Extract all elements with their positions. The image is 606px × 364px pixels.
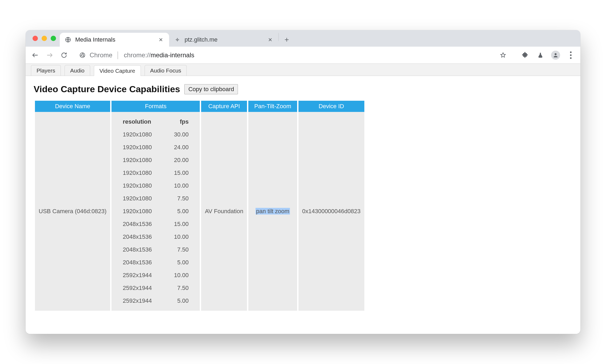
cell-device-id: 0x14300000046d0823	[298, 112, 364, 311]
cell-formats: resolution fps 1920x108030.001920x108024…	[111, 112, 200, 311]
format-fps: 15.00	[168, 218, 192, 230]
format-fps: 7.50	[168, 192, 192, 205]
col-formats[interactable]: Formats	[111, 101, 200, 112]
col-device-name[interactable]: Device Name	[35, 101, 110, 112]
format-resolution: 1920x1080	[119, 180, 168, 192]
window-controls	[30, 30, 60, 47]
col-ptz[interactable]: Pan-Tilt-Zoom	[248, 101, 297, 112]
format-row: 2048x153615.00	[119, 218, 192, 230]
format-fps: 15.00	[168, 167, 192, 179]
format-fps: 7.50	[168, 282, 192, 294]
format-resolution: 2048x1536	[119, 244, 168, 256]
window-zoom-button[interactable]	[51, 36, 56, 41]
extensions-icon[interactable]	[520, 50, 530, 60]
address-bar[interactable]: Chrome │ chrome://media-internals	[74, 49, 513, 61]
cell-device-name: USB Camera (046d:0823)	[35, 112, 110, 311]
format-fps: 10.00	[168, 269, 192, 281]
page-heading: Video Capture Device Capabilities	[34, 84, 180, 94]
format-fps: 10.00	[168, 231, 192, 243]
formats-header-fps: fps	[168, 116, 192, 128]
page-tab-audio[interactable]: Audio	[65, 65, 90, 76]
url-separator: │	[116, 51, 120, 59]
window-minimize-button[interactable]	[42, 36, 47, 41]
close-icon[interactable]	[267, 36, 274, 43]
table-row: USB Camera (046d:0823) resolution fps 19…	[35, 112, 364, 311]
format-row: 2048x15365.00	[119, 256, 192, 269]
tab-title: ptz.glitch.me	[185, 36, 263, 43]
format-resolution: 2592x1944	[119, 295, 168, 307]
new-tab-button[interactable]	[281, 34, 293, 46]
cell-ptz: pan tilt zoom	[248, 112, 297, 311]
svg-point-2	[80, 53, 85, 58]
chrome-icon	[79, 52, 86, 59]
site-icon	[174, 36, 181, 43]
ptz-highlight: pan tilt zoom	[256, 208, 290, 215]
formats-table: resolution fps 1920x108030.001920x108024…	[118, 115, 193, 308]
format-row: 1920x108030.00	[119, 128, 192, 141]
format-row: 2048x15367.50	[119, 244, 192, 256]
url-host: Chrome	[90, 51, 112, 59]
format-resolution: 1920x1080	[119, 167, 168, 179]
format-resolution: 1920x1080	[119, 141, 168, 153]
format-row: 1920x108015.00	[119, 167, 192, 179]
page-tab-players[interactable]: Players	[31, 65, 61, 76]
page-tab-audio-focus[interactable]: Audio Focus	[145, 65, 187, 76]
col-capture-api[interactable]: Capture API	[201, 101, 247, 112]
format-fps: 5.00	[168, 205, 192, 217]
format-row: 2592x19445.00	[119, 295, 192, 307]
format-fps: 24.00	[168, 141, 192, 153]
format-resolution: 2048x1536	[119, 218, 168, 230]
copy-to-clipboard-button[interactable]: Copy to clipboard	[184, 84, 238, 94]
page-content: Video Capture Device Capabilities Copy t…	[26, 76, 580, 334]
close-icon[interactable]	[157, 36, 164, 43]
format-resolution: 1920x1080	[119, 154, 168, 166]
format-resolution: 2592x1944	[119, 269, 168, 281]
format-row: 1920x10805.00	[119, 205, 192, 217]
col-device-id[interactable]: Device ID	[298, 101, 364, 112]
tab-divider	[278, 33, 279, 41]
toolbar-actions	[518, 50, 576, 60]
format-row: 1920x10807.50	[119, 192, 192, 205]
tab-media-internals[interactable]: Media Internals	[60, 33, 169, 47]
format-row: 1920x108024.00	[119, 141, 192, 153]
format-resolution: 2048x1536	[119, 256, 168, 269]
profile-avatar[interactable]	[551, 51, 560, 60]
format-row: 2592x194410.00	[119, 269, 192, 281]
menu-kebab-icon[interactable]	[566, 50, 576, 60]
format-fps: 20.00	[168, 154, 192, 166]
url-scheme: chrome://	[124, 51, 150, 59]
format-fps: 5.00	[168, 295, 192, 307]
url-path: media-internals	[150, 51, 194, 59]
svg-point-1	[177, 39, 178, 41]
tab-title: Media Internals	[75, 36, 154, 43]
globe-icon	[65, 36, 71, 43]
format-row: 1920x108010.00	[119, 180, 192, 192]
format-resolution: 1920x1080	[119, 205, 168, 217]
bookmark-star-icon[interactable]	[498, 50, 508, 60]
labs-icon[interactable]	[536, 50, 545, 60]
svg-point-4	[555, 53, 556, 55]
format-resolution: 1920x1080	[119, 128, 168, 141]
capabilities-table: Device Name Formats Capture API Pan-Tilt…	[34, 101, 366, 311]
format-resolution: 2048x1536	[119, 231, 168, 243]
browser-window: Media Internals ptz.glitch.me	[26, 30, 580, 334]
format-row: 1920x108020.00	[119, 154, 192, 166]
table-header-row: Device Name Formats Capture API Pan-Tilt…	[35, 101, 364, 112]
forward-button[interactable]	[45, 50, 54, 60]
reload-button[interactable]	[59, 50, 69, 60]
format-row: 2048x153610.00	[119, 231, 192, 243]
back-button[interactable]	[30, 50, 40, 60]
format-fps: 30.00	[168, 128, 192, 141]
formats-header-resolution: resolution	[119, 116, 168, 128]
toolbar: Chrome │ chrome://media-internals	[26, 47, 580, 64]
tab-ptz-glitch[interactable]: ptz.glitch.me	[169, 33, 278, 47]
format-fps: 10.00	[168, 180, 192, 192]
format-row: 2592x19447.50	[119, 282, 192, 294]
window-close-button[interactable]	[33, 36, 38, 41]
format-resolution: 2592x1944	[119, 282, 168, 294]
format-fps: 7.50	[168, 244, 192, 256]
format-resolution: 1920x1080	[119, 192, 168, 205]
format-fps: 5.00	[168, 256, 192, 269]
page-tab-video-capture[interactable]: Video Capture	[94, 65, 141, 76]
tab-strip: Media Internals ptz.glitch.me	[26, 30, 580, 47]
